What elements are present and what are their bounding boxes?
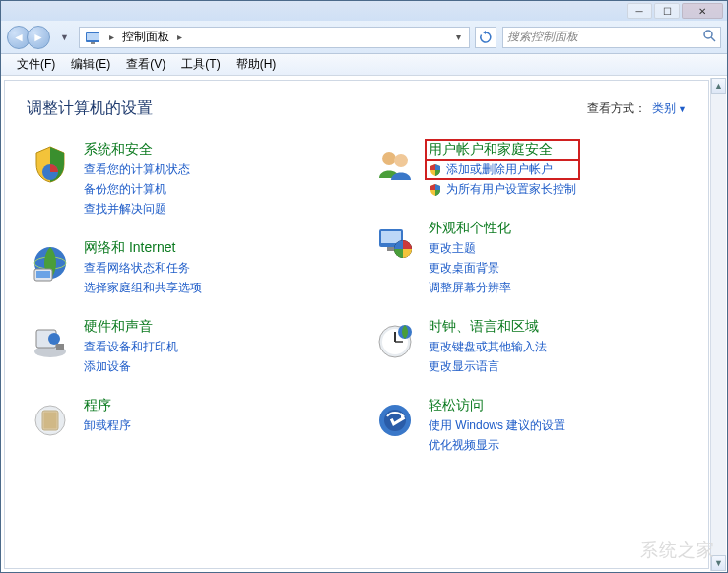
shield-icon: [429, 163, 442, 177]
link-text: 选择家庭组和共享选项: [84, 280, 202, 296]
menu-help[interactable]: 帮助(H): [229, 56, 285, 73]
svg-rect-2: [91, 42, 95, 44]
category-link[interactable]: 更改键盘或其他输入法: [429, 339, 547, 355]
category-link[interactable]: 更改显示语言: [429, 358, 547, 375]
menu-tools[interactable]: 工具(T): [173, 56, 228, 73]
svg-rect-9: [36, 271, 50, 278]
link-text: 更改显示语言: [429, 358, 499, 375]
category-link[interactable]: 查找并解决问题: [84, 201, 190, 218]
chevron-down-icon[interactable]: ▾: [452, 32, 465, 42]
category-link[interactable]: 查看网络状态和任务: [84, 260, 202, 277]
category-icon: [27, 397, 74, 444]
link-text: 优化视频显示: [429, 437, 499, 454]
view-label: 查看方式：: [587, 100, 646, 117]
svg-rect-15: [42, 411, 58, 430]
scroll-up-button[interactable]: ▲: [711, 78, 726, 94]
link-text: 调整屏幕分辨率: [429, 280, 511, 296]
svg-point-12: [48, 333, 60, 345]
svg-line-4: [711, 37, 715, 41]
category-title[interactable]: 程序: [84, 397, 131, 414]
link-text: 使用 Windows 建议的设置: [429, 417, 565, 434]
search-input[interactable]: 搜索控制面板: [502, 27, 721, 48]
category-item: 外观和个性化更改主题更改桌面背景调整屏幕分辨率: [371, 220, 687, 296]
category-link[interactable]: 更改主题: [429, 240, 511, 257]
search-icon[interactable]: [702, 29, 716, 45]
category-item: 用户帐户和家庭安全添加或删除用户帐户为所有用户设置家长控制: [371, 141, 687, 198]
svg-rect-1: [87, 33, 99, 40]
category-icon: [371, 397, 419, 444]
svg-point-18: [394, 154, 408, 167]
category-link[interactable]: 优化视频显示: [429, 437, 565, 454]
link-text: 添加设备: [84, 358, 131, 375]
category-title[interactable]: 用户帐户和家庭安全: [425, 139, 580, 160]
nav-forward-button[interactable]: ►: [27, 26, 50, 49]
scrollbar[interactable]: ▲ ▼: [710, 78, 726, 571]
menu-bar: 文件(F) 编辑(E) 查看(V) 工具(T) 帮助(H): [1, 54, 727, 76]
link-text: 更改键盘或其他输入法: [429, 339, 547, 355]
category-title[interactable]: 轻松访问: [429, 397, 565, 414]
category-item: 时钟、语言和区域更改键盘或其他输入法更改显示语言: [371, 318, 687, 375]
link-text: 卸载程序: [84, 417, 131, 434]
view-mode-dropdown[interactable]: 类别▼: [652, 100, 687, 117]
category-title[interactable]: 硬件和声音: [84, 318, 178, 336]
svg-point-3: [704, 31, 712, 38]
maximize-button[interactable]: ☐: [654, 3, 680, 19]
category-link[interactable]: 备份您的计算机: [84, 181, 190, 198]
svg-rect-13: [56, 344, 64, 350]
category-item: 网络和 Internet查看网络状态和任务选择家庭组和共享选项: [27, 239, 342, 296]
nav-bar: ◄ ► ▼ ▸ 控制面板 ▸ ▾ 搜索控制面板: [1, 21, 727, 54]
refresh-button[interactable]: [475, 27, 496, 48]
shield-icon: [429, 183, 442, 197]
nav-history-dropdown[interactable]: ▼: [56, 32, 73, 42]
breadcrumb-item[interactable]: 控制面板: [122, 29, 169, 45]
link-text: 查找并解决问题: [84, 201, 166, 218]
link-text: 备份您的计算机: [84, 181, 166, 198]
category-icon: [27, 141, 74, 188]
category-item: 硬件和声音查看设备和打印机添加设备: [27, 318, 342, 375]
category-link[interactable]: 添加或删除用户帐户: [425, 159, 580, 180]
svg-point-17: [382, 152, 396, 165]
breadcrumb[interactable]: ▸ 控制面板 ▸ ▾: [79, 27, 470, 48]
svg-rect-21: [387, 247, 395, 251]
category-link[interactable]: 使用 Windows 建议的设置: [429, 417, 565, 434]
category-icon: [27, 239, 74, 286]
category-link[interactable]: 更改桌面背景: [429, 260, 511, 277]
category-icon: [371, 318, 419, 365]
chevron-right-icon: ▸: [105, 32, 118, 42]
chevron-right-icon: ▸: [173, 32, 186, 42]
link-text: 更改桌面背景: [429, 260, 499, 277]
link-text: 更改主题: [429, 240, 476, 257]
menu-edit[interactable]: 编辑(E): [63, 56, 118, 73]
category-link[interactable]: 添加设备: [84, 358, 178, 375]
content-area: 调整计算机的设置 查看方式： 类别▼ 系统和安全查看您的计算机状态备份您的计算机…: [4, 80, 709, 569]
category-title[interactable]: 网络和 Internet: [84, 239, 202, 257]
menu-view[interactable]: 查看(V): [118, 56, 173, 73]
category-item: 程序卸载程序: [27, 397, 342, 444]
scroll-down-button[interactable]: ▼: [711, 555, 726, 571]
category-item: 轻松访问使用 Windows 建议的设置优化视频显示: [371, 397, 687, 454]
close-button[interactable]: ✕: [682, 3, 723, 19]
category-link[interactable]: 查看设备和打印机: [84, 339, 178, 355]
link-text: 查看设备和打印机: [84, 339, 178, 355]
page-title: 调整计算机的设置: [27, 98, 153, 119]
category-link[interactable]: 为所有用户设置家长控制: [429, 181, 576, 198]
search-placeholder: 搜索控制面板: [507, 29, 578, 45]
category-link[interactable]: 查看您的计算机状态: [84, 161, 190, 178]
category-icon: [27, 318, 74, 365]
link-text: 添加或删除用户帐户: [446, 161, 553, 178]
category-link[interactable]: 调整屏幕分辨率: [429, 280, 511, 296]
link-text: 查看网络状态和任务: [84, 260, 190, 277]
category-title[interactable]: 时钟、语言和区域: [429, 318, 547, 336]
link-text: 查看您的计算机状态: [84, 161, 190, 178]
control-panel-icon: [84, 29, 101, 46]
category-link[interactable]: 卸载程序: [84, 417, 131, 434]
menu-file[interactable]: 文件(F): [9, 56, 63, 73]
minimize-button[interactable]: ─: [627, 3, 652, 19]
category-icon: [371, 220, 419, 267]
category-item: 系统和安全查看您的计算机状态备份您的计算机查找并解决问题: [27, 141, 342, 218]
svg-rect-20: [381, 231, 401, 243]
title-bar: ─ ☐ ✕: [1, 1, 727, 21]
category-title[interactable]: 外观和个性化: [429, 220, 511, 237]
category-link[interactable]: 选择家庭组和共享选项: [84, 280, 202, 296]
category-title[interactable]: 系统和安全: [84, 141, 190, 159]
